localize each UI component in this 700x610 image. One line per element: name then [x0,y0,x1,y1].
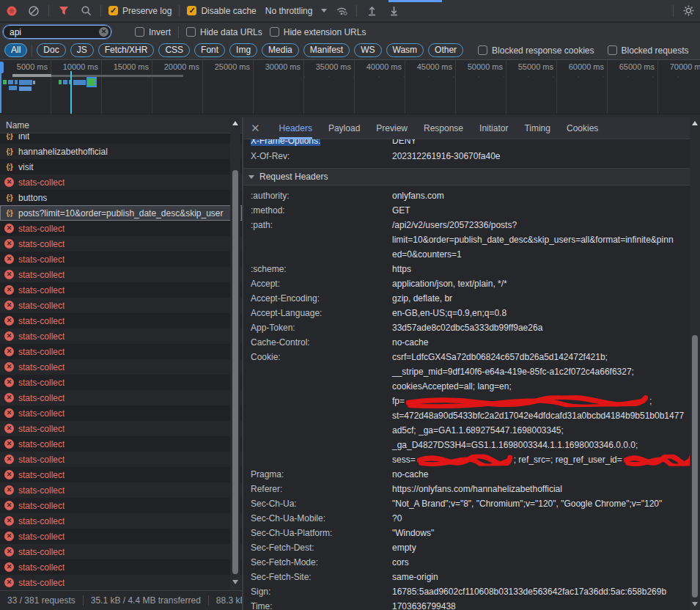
scroll-down-icon[interactable] [232,580,238,584]
request-row[interactable]: ✕stats-collect [0,513,242,529]
checkbox-empty-icon[interactable] [135,27,144,37]
request-row[interactable]: ✕stats-collect [0,498,242,513]
request-row[interactable]: ✕stats-collect [0,482,242,498]
filter-pill-doc[interactable]: Doc [37,43,65,57]
disable-cache-checkbox[interactable]: Disable cache [187,6,256,16]
filter-input[interactable] [3,25,111,39]
header-row[interactable]: Pragma:no-cache [243,467,691,482]
request-row[interactable]: ✕stats-collect [0,267,242,282]
request-row[interactable]: {:}buttons [0,190,242,205]
request-row[interactable]: ✕stats-collect [0,421,242,436]
header-row[interactable]: :authority:onlyfans.com [243,188,691,203]
close-icon[interactable]: ✕ [251,122,260,135]
header-row[interactable]: Sec-Fetch-Dest:empty [243,540,691,555]
request-row[interactable]: {:}hannahelizabethofficial [0,144,242,159]
request-row[interactable]: ✕stats-collect [0,344,242,359]
header-row[interactable]: Sec-Fetch-Mode:cors [243,555,691,570]
request-row[interactable]: ✕stats-collect [0,328,242,344]
request-row[interactable]: {:}init [0,133,242,144]
header-row[interactable]: Sec-Fetch-Site:same-origin [243,570,691,584]
header-row[interactable]: Cache-Control:no-cache [243,335,691,350]
filter-pill-manifest[interactable]: Manifest [303,43,350,57]
filter-pill-img[interactable]: Img [229,43,257,57]
checkbox-empty-icon[interactable] [186,27,196,37]
request-row[interactable]: ✕stats-collect [0,221,242,236]
request-row[interactable]: ✕stats-collect [0,251,242,267]
clear-button[interactable] [26,4,41,18]
search-icon[interactable] [78,4,93,18]
tab-timing[interactable]: Timing [524,117,550,139]
filter-pill-media[interactable]: Media [262,43,299,57]
header-row[interactable]: Sign:16785:5aad9602cf110608b03133de56364… [243,584,691,599]
request-row[interactable]: ✕stats-collect [0,236,242,251]
tab-headers[interactable]: Headers [279,117,312,139]
hide-data-urls-checkbox[interactable]: Hide data URLs [186,27,262,37]
request-row[interactable]: ✕stats-collect [0,452,242,467]
details-scrollbar[interactable] [690,117,700,610]
checkbox-empty-icon[interactable] [478,45,487,55]
tab-response[interactable]: Response [424,117,463,139]
tab-payload[interactable]: Payload [328,117,360,139]
network-conditions-icon[interactable] [334,4,349,18]
scroll-up-icon[interactable] [232,121,238,125]
filter-pill-wasm[interactable]: Wasm [386,43,424,57]
request-row[interactable]: ✕stats-collect [0,529,242,544]
scrollbar-thumb[interactable] [692,335,698,598]
hide-extension-urls-checkbox[interactable]: Hide extension URLs [270,27,366,37]
request-row[interactable]: ✕stats-collect [0,174,242,190]
request-row[interactable]: ✕stats-collect [0,298,242,313]
request-row[interactable]: ✕stats-collect [0,575,242,590]
request-row[interactable]: ✕stats-collect [0,390,242,405]
header-row[interactable]: :path:/api2/v2/users/20572336/posts?limi… [243,218,691,262]
export-har-icon[interactable] [386,4,401,18]
filter-pill-ws[interactable]: WS [354,43,381,57]
scrollbar-thumb[interactable] [232,170,238,574]
filter-pill-css[interactable]: CSS [158,43,190,57]
filter-pill-all[interactable]: All [4,43,27,57]
header-row[interactable]: Accept:application/json, text/plain, */* [243,276,691,291]
scroll-up-icon[interactable] [692,121,698,125]
header-row[interactable]: Referer:https://onlyfans.com/hannaheliza… [243,482,691,496]
filter-pill-font[interactable]: Font [194,43,225,57]
checkbox-empty-icon[interactable] [270,27,279,37]
header-row[interactable]: Accept-Encoding:gzip, deflate, br [243,291,691,306]
request-row[interactable]: ✕stats-collect [0,405,242,421]
request-list-scrollbar[interactable] [230,117,240,590]
checkbox-blocked-requests[interactable]: Blocked requests [608,45,689,56]
header-row[interactable]: App-Token:33d57ade8c02dbc5a333db99ff9ae2… [243,320,691,335]
import-har-icon[interactable] [364,4,379,18]
header-row[interactable]: :method:GET [243,203,691,218]
filter-pill-other[interactable]: Other [428,43,463,57]
tab-initiator[interactable]: Initiator [479,117,508,139]
clear-filter-icon[interactable]: ✕ [99,27,108,37]
header-row[interactable]: :scheme:https [243,262,691,276]
header-row[interactable]: Sec-Ch-Ua-Mobile:?0 [243,511,691,526]
filter-pill-fetch-xhr[interactable]: Fetch/XHR [98,43,155,57]
tab-cookies[interactable]: Cookies [567,117,598,139]
checkbox-checked-icon[interactable] [108,6,118,15]
header-row[interactable]: X-Of-Rev:202312261916-30670fa40e [243,149,691,163]
record-button[interactable] [4,4,19,18]
header-row[interactable]: Sec-Ch-Ua-Platform:"Windows" [243,526,691,540]
header-row[interactable]: X-Frame-Options:DENY [243,139,691,148]
settings-gear-icon[interactable] [681,4,696,18]
request-row[interactable]: ✕stats-collect [0,544,242,559]
header-row[interactable]: Sec-Ch-Ua:"Not_A Brand";v="8", "Chromium… [243,496,691,511]
request-headers-section-header[interactable]: Request Headers [243,169,691,185]
header-row[interactable]: Cookie:csrf=LdfcGX4Sa72db06824c657db26a5… [243,350,691,467]
request-row[interactable]: {:}visit [0,159,242,174]
filter-icon[interactable] [56,4,71,18]
request-row[interactable]: ✕stats-collect [0,359,242,375]
tab-preview[interactable]: Preview [376,117,408,139]
header-row[interactable]: Time:1703636799438 [243,599,691,610]
header-row[interactable]: Accept-Language:en-GB,en-US;q=0.9,en;q=0… [243,306,691,320]
request-row[interactable]: ✕stats-collect [0,313,242,328]
checkbox-blocked-response-cookies[interactable]: Blocked response cookies [478,45,594,56]
scroll-down-icon[interactable] [692,602,698,606]
request-row[interactable]: ✕stats-collect [0,375,242,390]
preserve-log-checkbox[interactable]: Preserve log [108,6,172,16]
name-column-header[interactable]: Name [0,117,242,133]
network-overview-timeline[interactable]: 5000 ms10000 ms15000 ms20000 ms25000 ms3… [0,60,700,114]
invert-checkbox[interactable]: Invert [135,27,171,37]
checkbox-empty-icon[interactable] [608,45,617,55]
